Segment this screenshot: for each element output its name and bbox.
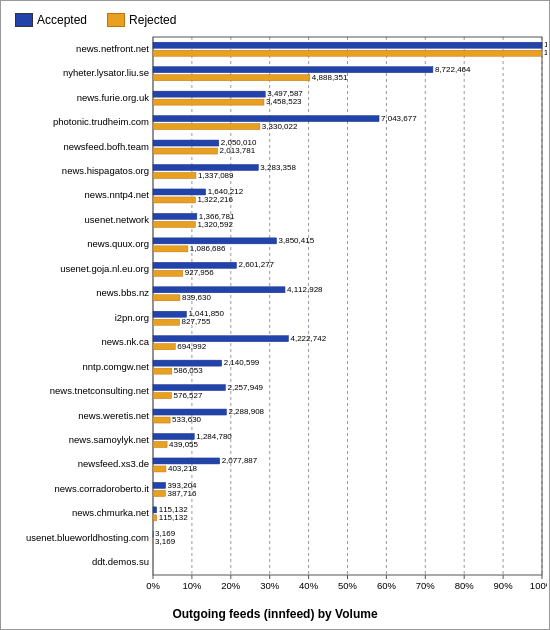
svg-text:2,288,908: 2,288,908 (228, 407, 264, 416)
svg-text:80%: 80% (455, 580, 475, 591)
svg-text:70%: 70% (416, 580, 436, 591)
legend: Accepted Rejected (5, 9, 545, 33)
svg-text:news.weretis.net: news.weretis.net (78, 410, 149, 421)
svg-text:576,527: 576,527 (174, 391, 203, 400)
svg-text:100%: 100% (530, 580, 547, 591)
svg-text:newsfeed.xs3.de: newsfeed.xs3.de (78, 458, 149, 469)
accepted-color-box (15, 13, 33, 27)
svg-text:usenet.goja.nl.eu.org: usenet.goja.nl.eu.org (60, 263, 149, 274)
svg-text:3,330,022: 3,330,022 (262, 122, 298, 131)
svg-text:30%: 30% (260, 580, 280, 591)
svg-text:8,722,464: 8,722,464 (435, 65, 471, 74)
svg-text:3,850,415: 3,850,415 (279, 236, 315, 245)
rejected-color-box (107, 13, 125, 27)
svg-rect-16 (153, 50, 542, 56)
svg-text:news.chmurka.net: news.chmurka.net (72, 507, 149, 518)
svg-rect-34 (153, 140, 219, 146)
svg-rect-74 (153, 336, 289, 342)
svg-text:3,458,523: 3,458,523 (266, 97, 302, 106)
svg-text:827,755: 827,755 (182, 317, 211, 326)
svg-rect-44 (153, 189, 206, 195)
rejected-label: Rejected (129, 13, 176, 27)
svg-text:usenet.blueworldhosting.com: usenet.blueworldhosting.com (26, 532, 149, 543)
svg-rect-14 (153, 42, 542, 48)
svg-rect-81 (153, 368, 172, 374)
chart-container: Accepted Rejected news.netfront.net12,12… (0, 0, 550, 630)
svg-text:10%: 10% (182, 580, 202, 591)
svg-rect-84 (153, 385, 225, 391)
svg-text:1,320,592: 1,320,592 (197, 220, 233, 229)
svg-text:694,992: 694,992 (177, 342, 206, 351)
svg-text:2,077,887: 2,077,887 (222, 456, 258, 465)
svg-text:news.corradoroberto.it: news.corradoroberto.it (54, 483, 149, 494)
svg-rect-56 (153, 246, 188, 252)
svg-text:nyheter.lysator.liu.se: nyheter.lysator.liu.se (63, 67, 149, 78)
svg-text:586,053: 586,053 (174, 366, 203, 375)
svg-rect-86 (153, 393, 172, 399)
svg-rect-106 (153, 490, 165, 496)
svg-rect-76 (153, 344, 175, 350)
svg-text:2,257,949: 2,257,949 (227, 383, 263, 392)
svg-rect-24 (153, 91, 265, 97)
svg-rect-26 (153, 99, 264, 105)
svg-rect-39 (153, 165, 258, 171)
svg-text:4,888,351: 4,888,351 (312, 73, 348, 82)
svg-text:newsfeed.bofh.team: newsfeed.bofh.team (63, 141, 149, 152)
svg-rect-51 (153, 221, 195, 227)
svg-rect-91 (153, 417, 170, 423)
svg-rect-36 (153, 148, 218, 154)
svg-rect-99 (153, 458, 220, 464)
svg-text:3,283,358: 3,283,358 (260, 163, 296, 172)
svg-text:news.furie.org.uk: news.furie.org.uk (77, 92, 150, 103)
svg-text:1,086,686: 1,086,686 (190, 244, 226, 253)
svg-text:927,956: 927,956 (185, 268, 214, 277)
svg-text:usenet.network: usenet.network (85, 214, 150, 225)
svg-text:i2pn.org: i2pn.org (115, 312, 149, 323)
svg-text:3,169: 3,169 (155, 537, 176, 546)
svg-text:403,218: 403,218 (168, 464, 197, 473)
svg-text:news.netfront.net: news.netfront.net (76, 43, 149, 54)
svg-text:4,222,742: 4,222,742 (291, 334, 327, 343)
legend-rejected: Rejected (107, 13, 176, 27)
svg-rect-49 (153, 213, 197, 219)
svg-text:2,140,599: 2,140,599 (224, 358, 260, 367)
svg-text:7,043,677: 7,043,677 (381, 114, 417, 123)
svg-rect-66 (153, 295, 180, 301)
svg-text:ddt.demos.su: ddt.demos.su (92, 556, 149, 567)
svg-rect-54 (153, 238, 277, 244)
svg-rect-59 (153, 262, 236, 268)
svg-text:12,115,460: 12,115,460 (544, 48, 547, 57)
legend-accepted: Accepted (15, 13, 87, 27)
svg-text:photonic.trudheim.com: photonic.trudheim.com (53, 116, 149, 127)
svg-text:20%: 20% (221, 580, 241, 591)
svg-text:1,337,089: 1,337,089 (198, 171, 234, 180)
svg-text:90%: 90% (494, 580, 514, 591)
svg-text:40%: 40% (299, 580, 319, 591)
svg-text:60%: 60% (377, 580, 397, 591)
svg-text:nntp.comgw.net: nntp.comgw.net (82, 361, 149, 372)
svg-text:news.bbs.nz: news.bbs.nz (96, 287, 149, 298)
svg-text:news.nntp4.net: news.nntp4.net (85, 189, 150, 200)
svg-text:news.nk.ca: news.nk.ca (101, 336, 149, 347)
svg-rect-69 (153, 311, 186, 317)
svg-rect-104 (153, 482, 166, 488)
svg-rect-111 (153, 515, 157, 521)
svg-rect-29 (153, 116, 379, 122)
svg-text:1,284,780: 1,284,780 (196, 432, 232, 441)
svg-text:0%: 0% (146, 580, 160, 591)
svg-rect-21 (153, 75, 310, 81)
svg-text:news.samoylyk.net: news.samoylyk.net (69, 434, 150, 445)
svg-text:news.hispagatos.org: news.hispagatos.org (62, 165, 149, 176)
chart-title: Outgoing feeds (innfeed) by Volume (5, 607, 545, 621)
svg-rect-109 (153, 507, 157, 513)
svg-text:115,132: 115,132 (159, 513, 188, 522)
svg-rect-61 (153, 270, 183, 276)
svg-text:2,601,277: 2,601,277 (238, 260, 274, 269)
svg-rect-101 (153, 466, 166, 472)
svg-text:2,013,781: 2,013,781 (220, 146, 256, 155)
svg-rect-19 (153, 67, 433, 73)
svg-text:839,630: 839,630 (182, 293, 211, 302)
svg-text:387,716: 387,716 (167, 489, 196, 498)
accepted-label: Accepted (37, 13, 87, 27)
svg-rect-79 (153, 360, 222, 366)
